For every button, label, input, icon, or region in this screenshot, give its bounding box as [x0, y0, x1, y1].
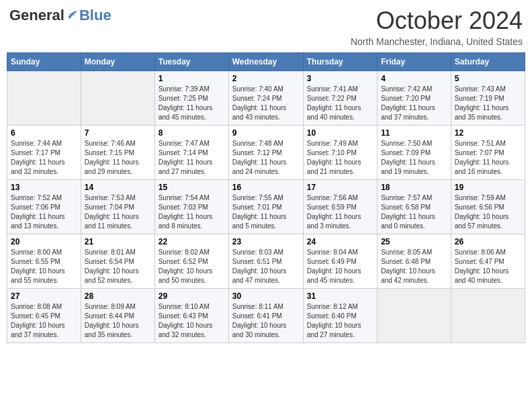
day-number: 2: [232, 74, 300, 83]
calendar-cell: 25Sunrise: 8:05 AMSunset: 6:48 PMDayligh…: [378, 234, 451, 289]
weekday-header: Saturday: [451, 53, 525, 71]
month-title: October 2024: [351, 7, 523, 35]
day-number: 31: [307, 291, 373, 301]
logo-general: General: [9, 7, 64, 24]
calendar-cell: 27Sunrise: 8:08 AMSunset: 6:45 PMDayligh…: [7, 289, 81, 343]
calendar-cell: 19Sunrise: 7:59 AMSunset: 6:56 PMDayligh…: [451, 180, 525, 234]
weekday-header: Tuesday: [154, 53, 228, 71]
day-info: Sunrise: 7:56 AMSunset: 6:59 PMDaylight:…: [307, 193, 373, 231]
day-info: Sunrise: 7:55 AMSunset: 7:01 PMDaylight:…: [232, 193, 300, 231]
calendar-cell: 14Sunrise: 7:53 AMSunset: 7:04 PMDayligh…: [81, 180, 154, 234]
day-info: Sunrise: 8:10 AMSunset: 6:43 PMDaylight:…: [159, 302, 225, 340]
day-info: Sunrise: 7:43 AMSunset: 7:19 PMDaylight:…: [455, 85, 521, 122]
calendar-cell: 5Sunrise: 7:43 AMSunset: 7:19 PMDaylight…: [451, 71, 525, 126]
day-number: 29: [159, 291, 225, 301]
day-info: Sunrise: 7:48 AMSunset: 7:12 PMDaylight:…: [232, 139, 300, 177]
calendar-week-row: 27Sunrise: 8:08 AMSunset: 6:45 PMDayligh…: [7, 289, 525, 343]
day-info: Sunrise: 7:54 AMSunset: 7:03 PMDaylight:…: [159, 193, 225, 231]
calendar-cell: 18Sunrise: 7:57 AMSunset: 6:58 PMDayligh…: [378, 180, 451, 234]
calendar-cell: 29Sunrise: 8:10 AMSunset: 6:43 PMDayligh…: [154, 289, 228, 343]
calendar-cell: 24Sunrise: 8:04 AMSunset: 6:49 PMDayligh…: [303, 234, 377, 289]
day-info: Sunrise: 8:03 AMSunset: 6:51 PMDaylight:…: [232, 248, 300, 285]
day-info: Sunrise: 7:41 AMSunset: 7:22 PMDaylight:…: [307, 85, 373, 122]
day-number: 30: [232, 291, 300, 301]
day-info: Sunrise: 8:01 AMSunset: 6:54 PMDaylight:…: [85, 248, 151, 285]
calendar-cell: [7, 71, 81, 126]
calendar-cell: 9Sunrise: 7:48 AMSunset: 7:12 PMDaylight…: [228, 126, 303, 180]
calendar-cell: [81, 71, 154, 126]
day-info: Sunrise: 8:08 AMSunset: 6:45 PMDaylight:…: [11, 302, 77, 340]
weekday-header: Sunday: [7, 53, 81, 71]
day-info: Sunrise: 7:40 AMSunset: 7:24 PMDaylight:…: [232, 85, 300, 122]
weekday-header: Wednesday: [228, 53, 303, 71]
calendar-cell: 16Sunrise: 7:55 AMSunset: 7:01 PMDayligh…: [228, 180, 303, 234]
calendar-cell: 31Sunrise: 8:12 AMSunset: 6:40 PMDayligh…: [303, 289, 377, 343]
calendar-week-row: 20Sunrise: 8:00 AMSunset: 6:55 PMDayligh…: [7, 234, 525, 289]
day-info: Sunrise: 8:09 AMSunset: 6:44 PMDaylight:…: [85, 302, 151, 340]
day-number: 18: [381, 183, 447, 192]
day-number: 26: [455, 237, 521, 246]
day-number: 21: [85, 237, 151, 246]
day-number: 24: [307, 237, 373, 246]
day-info: Sunrise: 7:47 AMSunset: 7:14 PMDaylight:…: [159, 139, 225, 177]
day-info: Sunrise: 7:51 AMSunset: 7:07 PMDaylight:…: [455, 139, 521, 177]
day-number: 13: [11, 183, 77, 192]
calendar-table: SundayMondayTuesdayWednesdayThursdayFrid…: [7, 52, 525, 343]
day-number: 8: [159, 128, 225, 138]
day-number: 20: [11, 237, 77, 246]
day-info: Sunrise: 7:49 AMSunset: 7:10 PMDaylight:…: [307, 139, 373, 177]
day-number: 22: [159, 237, 225, 246]
day-number: 7: [85, 128, 151, 138]
day-info: Sunrise: 8:12 AMSunset: 6:40 PMDaylight:…: [307, 302, 373, 340]
calendar-cell: 13Sunrise: 7:52 AMSunset: 7:06 PMDayligh…: [7, 180, 81, 234]
calendar-cell: 4Sunrise: 7:42 AMSunset: 7:20 PMDaylight…: [378, 71, 451, 126]
day-number: 3: [307, 74, 373, 83]
calendar-week-row: 6Sunrise: 7:44 AMSunset: 7:17 PMDaylight…: [7, 126, 525, 180]
weekday-header: Monday: [81, 53, 154, 71]
logo-bird-icon: [66, 9, 79, 22]
calendar-cell: [451, 289, 525, 343]
calendar-cell: 10Sunrise: 7:49 AMSunset: 7:10 PMDayligh…: [303, 126, 377, 180]
page-header: General Blue October 2024 North Manchest…: [7, 7, 525, 47]
day-number: 9: [232, 128, 300, 138]
day-info: Sunrise: 7:46 AMSunset: 7:15 PMDaylight:…: [85, 139, 151, 177]
day-number: 25: [381, 237, 447, 246]
weekday-header: Friday: [378, 53, 451, 71]
day-number: 1: [159, 74, 225, 83]
day-number: 4: [381, 74, 447, 83]
calendar-cell: 23Sunrise: 8:03 AMSunset: 6:51 PMDayligh…: [228, 234, 303, 289]
calendar-cell: 6Sunrise: 7:44 AMSunset: 7:17 PMDaylight…: [7, 126, 81, 180]
day-info: Sunrise: 7:57 AMSunset: 6:58 PMDaylight:…: [381, 193, 447, 231]
calendar-cell: 15Sunrise: 7:54 AMSunset: 7:03 PMDayligh…: [154, 180, 228, 234]
day-info: Sunrise: 8:00 AMSunset: 6:55 PMDaylight:…: [11, 248, 77, 285]
day-number: 12: [455, 128, 521, 138]
day-info: Sunrise: 7:59 AMSunset: 6:56 PMDaylight:…: [455, 193, 521, 231]
day-number: 16: [232, 183, 300, 192]
logo-blue: Blue: [79, 7, 112, 24]
calendar-cell: 28Sunrise: 8:09 AMSunset: 6:44 PMDayligh…: [81, 289, 154, 343]
weekday-header: Thursday: [303, 53, 377, 71]
calendar-cell: 2Sunrise: 7:40 AMSunset: 7:24 PMDaylight…: [228, 71, 303, 126]
day-info: Sunrise: 8:05 AMSunset: 6:48 PMDaylight:…: [381, 248, 447, 285]
calendar-cell: [378, 289, 451, 343]
calendar-header-row: SundayMondayTuesdayWednesdayThursdayFrid…: [7, 53, 525, 71]
calendar-cell: 26Sunrise: 8:06 AMSunset: 6:47 PMDayligh…: [451, 234, 525, 289]
day-number: 14: [85, 183, 151, 192]
calendar-cell: 8Sunrise: 7:47 AMSunset: 7:14 PMDaylight…: [154, 126, 228, 180]
day-info: Sunrise: 7:53 AMSunset: 7:04 PMDaylight:…: [85, 193, 151, 231]
logo: General Blue: [9, 7, 112, 24]
calendar-cell: 21Sunrise: 8:01 AMSunset: 6:54 PMDayligh…: [81, 234, 154, 289]
calendar-cell: 3Sunrise: 7:41 AMSunset: 7:22 PMDaylight…: [303, 71, 377, 126]
day-info: Sunrise: 8:02 AMSunset: 6:52 PMDaylight:…: [159, 248, 225, 285]
calendar-cell: 20Sunrise: 8:00 AMSunset: 6:55 PMDayligh…: [7, 234, 81, 289]
day-info: Sunrise: 8:06 AMSunset: 6:47 PMDaylight:…: [455, 248, 521, 285]
calendar-week-row: 1Sunrise: 7:39 AMSunset: 7:25 PMDaylight…: [7, 71, 525, 126]
calendar-cell: 17Sunrise: 7:56 AMSunset: 6:59 PMDayligh…: [303, 180, 377, 234]
calendar-cell: 30Sunrise: 8:11 AMSunset: 6:41 PMDayligh…: [228, 289, 303, 343]
day-number: 11: [381, 128, 447, 138]
day-number: 27: [11, 291, 77, 301]
day-number: 28: [85, 291, 151, 301]
day-info: Sunrise: 7:50 AMSunset: 7:09 PMDaylight:…: [381, 139, 447, 177]
day-number: 5: [455, 74, 521, 83]
location: North Manchester, Indiana, United States: [351, 36, 523, 47]
